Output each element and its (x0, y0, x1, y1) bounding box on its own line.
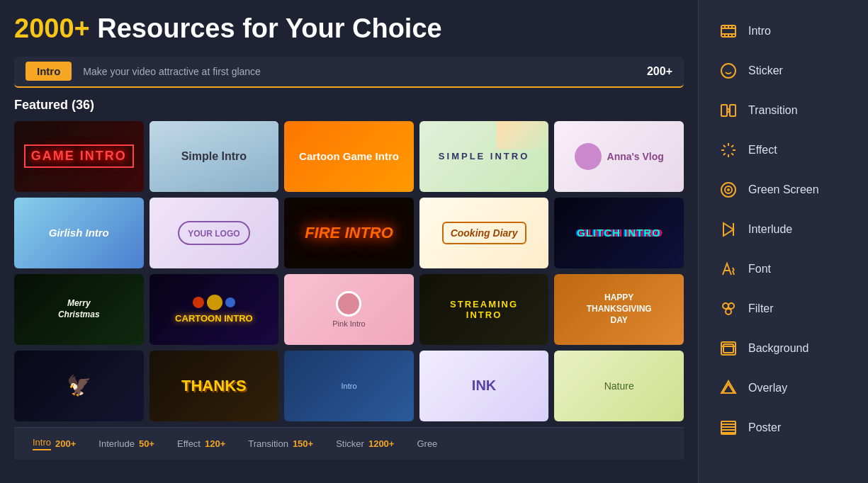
card-label: 🦅 (67, 374, 91, 397)
font-icon (718, 259, 738, 279)
svg-rect-12 (721, 105, 727, 116)
svg-line-20 (723, 153, 726, 155)
svg-line-21 (731, 145, 733, 147)
grid-item-blue-screen[interactable]: Intro (284, 351, 414, 421)
card-label: Simple Intro (181, 150, 247, 163)
grid-item-your-logo[interactable]: YOUR LOGO (150, 198, 279, 268)
grid-item-annas-vlog[interactable]: Anna's Vlog (554, 121, 684, 192)
card-label: Nature (604, 380, 634, 392)
grid-item-cartoon-intro[interactable]: CARTOON INTRO (150, 274, 279, 345)
bottom-tab-gree-label: Gree (417, 438, 437, 449)
grid-item-pink-intro[interactable]: Pink Intro (284, 274, 414, 345)
card-label: Anna's Vlog (607, 151, 664, 162)
title-highlight: 2000+ (14, 13, 90, 43)
grid-item-wings[interactable]: 🦅 (14, 351, 144, 421)
card-label: Pink Intro (332, 319, 365, 328)
grid-item-nature[interactable]: Nature (554, 351, 684, 421)
bottom-tab-interlude-label: Interlude (98, 438, 135, 449)
sidebar-background-label: Background (748, 342, 808, 355)
bottom-tab-transition-count: 150+ (293, 438, 313, 449)
bottom-tab-sticker[interactable]: Sticker 1200+ (325, 428, 405, 460)
background-icon (718, 339, 738, 358)
bottom-tab-sticker-label: Sticker (336, 438, 364, 449)
grid-item-merry-christmas[interactable]: MerryChristmas (14, 274, 144, 345)
main-title: 2000+ Resources for Your Choice (14, 14, 684, 44)
bottom-tab-transition-label: Transition (248, 438, 288, 449)
sidebar-interlude-label: Interlude (748, 223, 792, 236)
bottom-tab-gree[interactable]: Gree (405, 428, 453, 460)
card-label: GLITCH INTRO (577, 227, 661, 239)
grid-item-game-intro[interactable]: GAME INTRO (14, 121, 144, 192)
sidebar-item-transition[interactable]: Transition (704, 92, 862, 129)
sidebar-item-font[interactable]: Font (704, 251, 862, 288)
greenscreen-icon (718, 180, 738, 200)
sidebar-item-sticker[interactable]: Sticker (704, 52, 862, 89)
bottom-tab-interlude[interactable]: Interlude 50+ (87, 428, 166, 460)
card-label: Cartoon Game Intro (299, 150, 399, 162)
card-label: HAPPYTHANKSGIVINGDAY (587, 292, 652, 326)
bottom-tab-intro-label: Intro (33, 437, 51, 450)
grid-item-glitch-intro[interactable]: GLITCH INTRO (554, 198, 684, 268)
sidebar-item-overlay[interactable]: Overlay (704, 370, 862, 407)
main-content: 2000+ Resources for Your Choice Intro Ma… (0, 0, 698, 483)
card-label: THANKS (181, 377, 247, 395)
sidebar-overlay-label: Overlay (748, 382, 787, 394)
grid-item-fire-intro[interactable]: FIRE Intro (284, 198, 414, 268)
bottom-tab-transition[interactable]: Transition 150+ (237, 428, 325, 460)
svg-line-16 (723, 145, 726, 147)
card-label: CARTOON INTRO (175, 313, 253, 324)
svg-point-31 (728, 303, 734, 309)
card-label: MerryChristmas (58, 298, 100, 320)
tab-bar: Intro Make your video attractive at firs… (14, 57, 684, 88)
title-rest: Resources for Your Choice (90, 13, 442, 43)
sidebar-item-intro[interactable]: Intro (704, 13, 862, 50)
svg-line-29 (733, 268, 734, 271)
grid-item-cooking-diary[interactable]: Cooking Diary (419, 198, 549, 268)
svg-line-28 (733, 271, 734, 275)
sidebar: Intro Sticker Transition (698, 0, 868, 483)
bottom-tab-effect-label: Effect (177, 438, 201, 449)
sidebar-filter-label: Filter (748, 302, 774, 315)
poster-icon (718, 418, 738, 438)
grid-item-thanks[interactable]: THANKS (150, 351, 279, 421)
sidebar-intro-label: Intro (748, 25, 771, 38)
grid-item-cartoon-game-intro[interactable]: Cartoon Game Intro (284, 121, 414, 192)
card-label: FIRE Intro (305, 224, 393, 242)
card-label: INK (472, 377, 496, 394)
bottom-tab-sticker-count: 1200+ (368, 438, 395, 449)
sidebar-item-interlude[interactable]: Interlude (704, 211, 862, 248)
card-label: Girlish Intro (49, 227, 109, 239)
tab-description: Make your video attractive at first glan… (83, 66, 647, 77)
app-container: 2000+ Resources for Your Choice Intro Ma… (0, 0, 868, 483)
svg-point-9 (721, 64, 735, 78)
svg-point-32 (726, 309, 731, 314)
sidebar-item-poster[interactable]: Poster (704, 409, 862, 446)
sidebar-poster-label: Poster (748, 421, 781, 434)
featured-title: Featured (36) (14, 98, 684, 113)
sidebar-font-label: Font (748, 263, 771, 275)
card-label: Cooking Diary (451, 227, 518, 239)
sidebar-transition-label: Transition (748, 104, 798, 117)
sidebar-item-effect[interactable]: Effect (704, 132, 862, 169)
bottom-tab-effect[interactable]: Effect 120+ (166, 428, 237, 460)
sidebar-item-background[interactable]: Background (704, 330, 862, 367)
sidebar-item-filter[interactable]: Filter (704, 290, 862, 327)
resource-grid: GAME INTRO Simple Intro Cartoon Game Int… (14, 121, 684, 421)
overlay-icon (718, 378, 738, 398)
sidebar-item-green-screen[interactable]: Green Screen (704, 171, 862, 208)
filter-icon (718, 299, 738, 319)
grid-item-simple-intro-2[interactable]: SIMPLE INTRO (419, 121, 549, 192)
bottom-tabs: Intro 200+ Interlude 50+ Effect 120+ Tra… (14, 427, 684, 460)
bottom-tab-interlude-count: 50+ (139, 438, 154, 449)
grid-item-ink[interactable]: INK (419, 351, 549, 421)
card-label: YOUR LOGO (188, 229, 239, 239)
grid-item-simple-intro[interactable]: Simple Intro (150, 121, 279, 192)
tab-intro-label[interactable]: Intro (26, 62, 72, 81)
interlude-icon (718, 220, 738, 239)
sidebar-greenscreen-label: Green Screen (748, 183, 819, 196)
grid-item-girlish-intro[interactable]: Girlish Intro (14, 198, 144, 268)
grid-item-thanksgiving[interactable]: HAPPYTHANKSGIVINGDAY (554, 274, 684, 345)
bottom-tab-intro-count: 200+ (55, 438, 76, 449)
bottom-tab-intro[interactable]: Intro 200+ (21, 428, 87, 460)
grid-item-streaming-intro[interactable]: STREAMINGINTRO (419, 274, 549, 345)
